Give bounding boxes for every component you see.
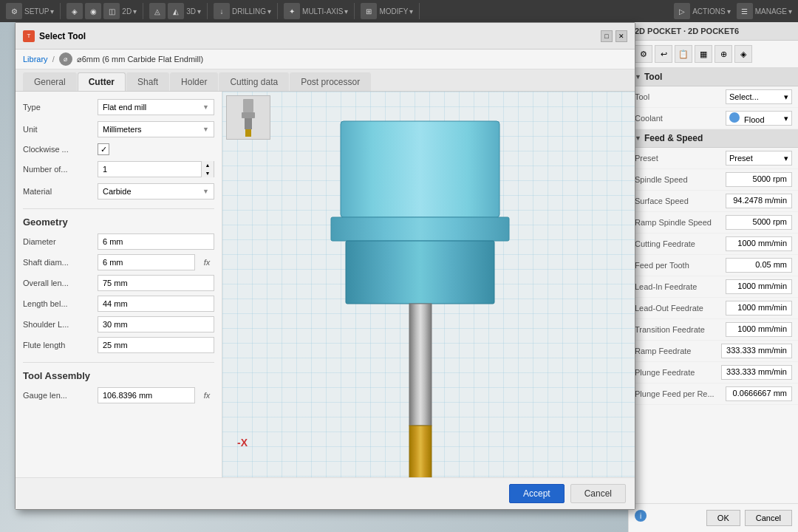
gauge-len-input[interactable]: 106.8396 mm — [98, 387, 195, 403]
sidebar-ok-button[interactable]: OK — [706, 510, 740, 526]
ramp-spindle-row: Ramp Spindle Speed 5000 rpm — [629, 212, 798, 233]
feed-speed-arrow: ▼ — [635, 134, 641, 142]
tab-holder[interactable]: Holder — [170, 72, 218, 91]
sidebar-cancel-button[interactable]: Cancel — [745, 510, 792, 526]
flood-icon — [729, 112, 740, 123]
tab-cutting-data[interactable]: Cutting data — [219, 72, 289, 91]
accept-button[interactable]: Accept — [509, 484, 565, 503]
overall-len-input[interactable]: 75 mm — [98, 275, 214, 291]
setup-icon[interactable]: ⚙ — [6, 3, 22, 19]
sidebar-icon-2[interactable]: ↩ — [655, 45, 672, 63]
cutting-feedrate-label: Cutting Feedrate — [635, 239, 723, 248]
number-of-spinner[interactable]: 1 ▲ ▼ — [98, 161, 214, 177]
actions-label[interactable]: ACTIONS ▾ — [692, 7, 730, 16]
tool-label: Tool — [635, 92, 723, 101]
type-row: Type Flat end mill ▼ — [23, 99, 214, 115]
lead-out-label: Lead-Out Feedrate — [635, 304, 723, 313]
breadcrumb-current: ⌀6mm (6 mm Carbide Flat Endmill) — [77, 55, 203, 64]
material-dropdown[interactable]: Carbide ▼ — [98, 183, 214, 200]
2d-icon-1[interactable]: ◈ — [66, 3, 83, 19]
3d-icon-2[interactable]: ◭ — [168, 3, 184, 19]
ramp-spindle-input[interactable]: 5000 rpm — [726, 215, 792, 230]
tool-svg: -X 5 mm — [222, 92, 635, 477]
gauge-len-label: Gauge len... — [23, 391, 93, 400]
toolbar-section-2d: ◈ ◉ ◫ 2D ▾ — [66, 3, 143, 19]
spindle-speed-input[interactable]: 5000 rpm — [726, 172, 792, 187]
2d-icon-2[interactable]: ◉ — [85, 3, 101, 19]
info-icon: i — [635, 510, 647, 522]
diameter-label: Diameter — [23, 237, 93, 246]
gauge-fx-button[interactable]: fx — [200, 388, 214, 403]
sidebar-icon-3[interactable]: 📋 — [675, 45, 692, 63]
sidebar-icon-5[interactable]: ⊕ — [715, 45, 732, 63]
cancel-button[interactable]: Cancel — [570, 484, 626, 503]
top-toolbar: ⚙ SETUP ▾ ◈ ◉ ◫ 2D ▾ ◬ ◭ 3D ▾ ↓ DRILLING… — [0, 0, 798, 22]
sidebar-icon-1[interactable]: ⚙ — [635, 45, 652, 63]
dialog-minimize-button[interactable]: □ — [601, 30, 613, 42]
actions-icon[interactable]: ▷ — [674, 3, 690, 19]
sidebar-icon-4[interactable]: ▦ — [695, 45, 712, 63]
ramp-feedrate-row: Ramp Feedrate 333.333 mm/min — [629, 341, 798, 362]
spinner-up[interactable]: ▲ — [202, 161, 214, 169]
tool-select[interactable]: Select... ▾ — [726, 89, 792, 104]
shoulder-l-input[interactable]: 30 mm — [98, 316, 214, 332]
shaft-diam-label: Shaft diam... — [23, 258, 93, 267]
length-bel-input[interactable]: 44 mm — [98, 296, 214, 312]
tool-body-lower — [346, 241, 494, 304]
type-dropdown[interactable]: Flat end mill ▼ — [98, 99, 214, 115]
breadcrumb-library-link[interactable]: Library — [23, 55, 48, 64]
lead-in-input[interactable]: 1000 mm/min — [726, 279, 792, 294]
length-bel-row: Length bel... 44 mm — [23, 296, 214, 312]
dialog-close-button[interactable]: ✕ — [615, 30, 627, 42]
plunge-per-re-row: Plunge Feed per Re... 0.0666667 mm — [629, 383, 798, 405]
tab-cutter[interactable]: Cutter — [78, 72, 126, 91]
tab-general[interactable]: General — [23, 72, 77, 91]
ramp-feedrate-input[interactable]: 333.333 mm/min — [721, 344, 792, 358]
svg-rect-2 — [245, 118, 252, 129]
manage-icon[interactable]: ☰ — [737, 3, 753, 19]
plunge-per-re-input[interactable]: 0.0666667 mm — [726, 386, 792, 401]
tab-post-processor[interactable]: Post processor — [290, 72, 371, 91]
clockwise-checkbox[interactable]: ✓ — [98, 143, 109, 155]
lead-in-label: Lead-In Feedrate — [635, 282, 723, 291]
tool-section-header[interactable]: ▼ Tool — [629, 68, 798, 86]
2d-icon-3[interactable]: ◫ — [103, 3, 120, 19]
cutting-feedrate-input[interactable]: 1000 mm/min — [726, 236, 792, 251]
toolbar-section-drilling: ↓ DRILLING ▾ — [214, 3, 278, 19]
sidebar-icon-6[interactable]: ◈ — [734, 45, 752, 63]
dialog-title-icon: T — [23, 30, 35, 42]
preset-select[interactable]: Preset ▾ — [726, 151, 792, 166]
plunge-input[interactable]: 333.333 mm/min — [721, 365, 792, 380]
surface-speed-input[interactable]: 94.2478 m/min — [726, 194, 792, 208]
drilling-icon[interactable]: ↓ — [214, 3, 230, 19]
flute-length-input[interactable]: 25 mm — [98, 337, 214, 353]
type-label: Type — [23, 103, 93, 112]
diameter-row: Diameter 6 mm — [23, 233, 214, 250]
tab-shaft[interactable]: Shaft — [126, 72, 169, 91]
lead-out-input[interactable]: 1000 mm/min — [726, 301, 792, 316]
drilling-label[interactable]: DRILLING ▾ — [232, 7, 271, 16]
setup-label[interactable]: SETUP ▾ — [24, 7, 54, 16]
modify-icon[interactable]: ⊞ — [361, 3, 377, 19]
modify-label[interactable]: MODIFY ▾ — [379, 7, 413, 16]
coolant-select[interactable]: Flood ▾ — [726, 111, 792, 126]
feed-speed-header[interactable]: ▼ Feed & Speed — [629, 129, 798, 148]
multiaxis-icon[interactable]: ✦ — [284, 3, 300, 19]
diameter-input[interactable]: 6 mm — [98, 233, 214, 250]
breadcrumb: Library / ⌀ ⌀6mm (6 mm Carbide Flat Endm… — [16, 50, 635, 69]
tool-thumbnail — [226, 95, 270, 140]
unit-dropdown[interactable]: Millimeters ▼ — [98, 121, 214, 137]
feed-per-tooth-input[interactable]: 0.05 mm — [726, 258, 792, 273]
transition-input[interactable]: 1000 mm/min — [726, 322, 792, 337]
2d-label[interactable]: 2D ▾ — [122, 7, 137, 16]
unit-label: Unit — [23, 125, 93, 134]
3d-label[interactable]: 3D ▾ — [186, 7, 201, 16]
multiaxis-label[interactable]: MULTI-AXIS ▾ — [302, 7, 348, 16]
shaft-diam-input[interactable]: 6 mm — [98, 254, 195, 270]
spinner-down[interactable]: ▼ — [202, 169, 214, 177]
geometry-section-title: Geometry — [23, 208, 214, 228]
shaft-fx-button[interactable]: fx — [200, 255, 214, 270]
tool-assembly-section-title: Tool Assembly — [23, 362, 214, 381]
3d-icon-1[interactable]: ◬ — [149, 3, 166, 19]
manage-label[interactable]: MANAGE ▾ — [755, 7, 792, 16]
